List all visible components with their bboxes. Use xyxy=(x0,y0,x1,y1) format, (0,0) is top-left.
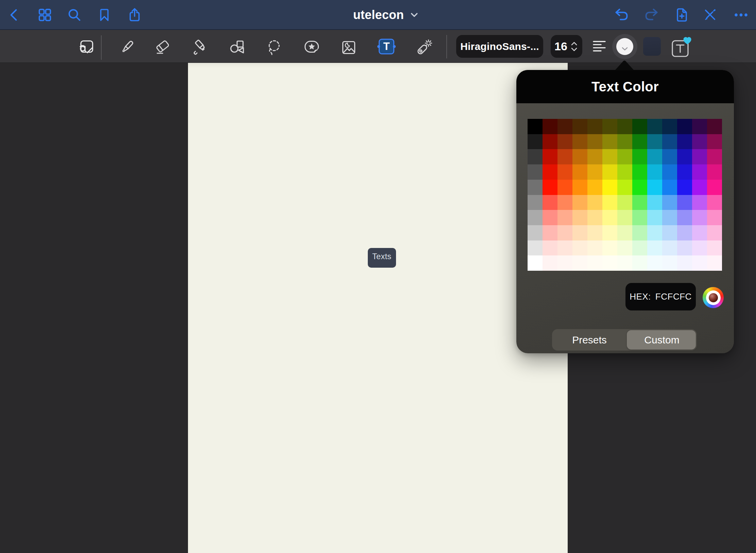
color-swatch[interactable] xyxy=(543,195,557,210)
color-swatch[interactable] xyxy=(587,180,602,195)
color-wheel-button[interactable] xyxy=(703,287,724,308)
color-swatch[interactable] xyxy=(543,225,557,240)
color-swatch[interactable] xyxy=(632,210,647,225)
color-swatch[interactable] xyxy=(572,210,587,225)
color-swatch[interactable] xyxy=(557,240,572,256)
color-swatch[interactable] xyxy=(662,255,677,271)
redo-button[interactable] xyxy=(643,6,660,23)
color-swatch[interactable] xyxy=(647,210,662,225)
color-swatch[interactable] xyxy=(707,255,722,271)
color-swatch[interactable] xyxy=(677,119,692,134)
color-swatch[interactable] xyxy=(602,180,617,195)
text-color-well[interactable] xyxy=(612,34,637,59)
color-swatch[interactable] xyxy=(602,149,617,164)
color-swatch[interactable] xyxy=(647,164,662,180)
pen-tool-button[interactable] xyxy=(118,39,136,56)
color-swatch[interactable] xyxy=(707,164,722,180)
color-swatch[interactable] xyxy=(617,240,632,256)
color-swatch[interactable] xyxy=(528,210,543,225)
color-swatch[interactable] xyxy=(543,255,557,271)
color-swatch[interactable] xyxy=(662,240,677,256)
color-swatch[interactable] xyxy=(617,119,632,134)
color-swatch[interactable] xyxy=(647,225,662,240)
color-swatch[interactable] xyxy=(692,210,707,225)
color-swatch[interactable] xyxy=(528,119,543,134)
color-swatch[interactable] xyxy=(707,240,722,256)
color-swatch[interactable] xyxy=(662,164,677,180)
color-swatch[interactable] xyxy=(528,180,543,195)
color-swatch[interactable] xyxy=(677,149,692,164)
color-swatch[interactable] xyxy=(707,134,722,149)
color-swatch[interactable] xyxy=(557,195,572,210)
image-tool-button[interactable] xyxy=(340,39,358,56)
color-swatch[interactable] xyxy=(543,149,557,164)
color-swatch[interactable] xyxy=(632,119,647,134)
color-swatch[interactable] xyxy=(528,255,543,271)
color-swatch[interactable] xyxy=(677,255,692,271)
color-swatch[interactable] xyxy=(617,180,632,195)
color-swatch[interactable] xyxy=(662,225,677,240)
color-swatch[interactable] xyxy=(557,255,572,271)
color-swatch[interactable] xyxy=(557,134,572,149)
text-background-swatch[interactable] xyxy=(643,37,661,56)
color-swatch[interactable] xyxy=(572,149,587,164)
color-swatch[interactable] xyxy=(617,195,632,210)
color-swatch[interactable] xyxy=(587,164,602,180)
color-swatch[interactable] xyxy=(617,149,632,164)
share-button[interactable] xyxy=(126,6,143,23)
color-swatch[interactable] xyxy=(617,134,632,149)
color-swatch[interactable] xyxy=(707,195,722,210)
sticker-tool-button[interactable] xyxy=(303,39,321,56)
color-swatch[interactable] xyxy=(557,164,572,180)
color-swatch[interactable] xyxy=(617,255,632,271)
back-button[interactable] xyxy=(5,6,22,23)
color-swatch[interactable] xyxy=(572,195,587,210)
font-family-button[interactable]: HiraginoSans-... xyxy=(456,35,543,58)
color-swatch[interactable] xyxy=(602,195,617,210)
color-swatch[interactable] xyxy=(528,240,543,256)
color-swatch[interactable] xyxy=(662,149,677,164)
color-swatch[interactable] xyxy=(632,164,647,180)
color-swatch[interactable] xyxy=(662,119,677,134)
color-swatch[interactable] xyxy=(602,210,617,225)
color-swatch[interactable] xyxy=(587,195,602,210)
color-swatch[interactable] xyxy=(692,134,707,149)
color-swatch[interactable] xyxy=(632,225,647,240)
document-title-menu[interactable]: utelecon xyxy=(353,8,419,22)
color-swatch[interactable] xyxy=(647,119,662,134)
color-swatch[interactable] xyxy=(572,240,587,256)
color-swatch[interactable] xyxy=(677,134,692,149)
color-swatch[interactable] xyxy=(528,149,543,164)
search-button[interactable] xyxy=(66,6,83,23)
color-swatch[interactable] xyxy=(528,164,543,180)
color-swatch[interactable] xyxy=(602,164,617,180)
color-swatch[interactable] xyxy=(572,225,587,240)
color-swatch[interactable] xyxy=(543,119,557,134)
color-swatch[interactable] xyxy=(647,180,662,195)
color-swatch[interactable] xyxy=(692,180,707,195)
add-page-button[interactable] xyxy=(673,6,690,23)
color-swatch[interactable] xyxy=(572,255,587,271)
color-swatch[interactable] xyxy=(587,134,602,149)
bookmark-button[interactable] xyxy=(96,6,113,23)
color-swatch[interactable] xyxy=(602,225,617,240)
color-swatch[interactable] xyxy=(692,225,707,240)
color-swatch[interactable] xyxy=(557,149,572,164)
handwriting-mode-button[interactable] xyxy=(76,37,95,56)
color-swatch[interactable] xyxy=(543,134,557,149)
color-swatch[interactable] xyxy=(587,149,602,164)
color-swatch[interactable] xyxy=(647,240,662,256)
color-swatch[interactable] xyxy=(662,195,677,210)
stylus-toggle-button[interactable] xyxy=(702,6,719,23)
color-swatch[interactable] xyxy=(677,210,692,225)
color-swatch[interactable] xyxy=(692,195,707,210)
color-swatch[interactable] xyxy=(692,149,707,164)
lasso-tool-button[interactable] xyxy=(265,39,283,56)
color-swatch[interactable] xyxy=(677,180,692,195)
color-swatch[interactable] xyxy=(602,240,617,256)
hex-field[interactable]: HEX: FCFCFC xyxy=(625,283,696,310)
color-swatch[interactable] xyxy=(617,210,632,225)
more-button[interactable] xyxy=(733,6,750,23)
color-swatch[interactable] xyxy=(632,149,647,164)
color-swatch[interactable] xyxy=(662,180,677,195)
